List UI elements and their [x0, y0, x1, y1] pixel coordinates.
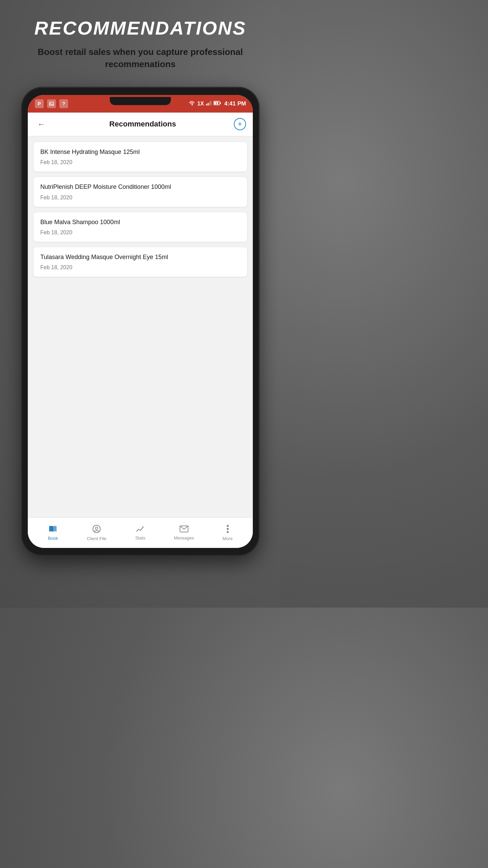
- status-bar-right: 1X: [188, 100, 246, 107]
- client-file-label: Client File: [87, 536, 106, 541]
- recommendations-list: BK Intense Hydrating Masque 125ml Feb 18…: [28, 136, 253, 517]
- recommendation-card[interactable]: Blue Malva Shampoo 1000ml Feb 18, 2020: [33, 212, 247, 242]
- add-recommendation-button[interactable]: +: [234, 118, 246, 130]
- messages-icon: [179, 525, 189, 534]
- client-file-icon: [92, 525, 101, 535]
- recommendation-card[interactable]: Tulasara Wedding Masque Overnight Eye 15…: [33, 247, 247, 277]
- recommendation-date: Feb 18, 2020: [40, 159, 240, 165]
- svg-point-14: [227, 528, 229, 530]
- recommendation-date: Feb 18, 2020: [40, 230, 240, 236]
- svg-point-1: [50, 103, 51, 103]
- product-name: Blue Malva Shampoo 1000ml: [40, 218, 240, 226]
- recommendation-date: Feb 18, 2020: [40, 195, 240, 201]
- app-icon-p: P: [35, 99, 44, 108]
- page-main-title: RECOMMENDATIONS: [14, 17, 267, 39]
- header-section: RECOMMENDATIONS Boost retail sales when …: [0, 0, 281, 81]
- page-subtitle: Boost retail sales when you capture prof…: [14, 46, 267, 71]
- nav-item-book[interactable]: Book: [31, 522, 75, 544]
- nav-item-more[interactable]: More: [206, 522, 249, 544]
- svg-point-13: [227, 525, 229, 527]
- product-name: BK Intense Hydrating Masque 125ml: [40, 148, 240, 156]
- app-icon-question: ?: [59, 99, 68, 108]
- status-time: 4:41 PM: [224, 100, 246, 107]
- nav-header: ← Recommendations +: [28, 113, 253, 136]
- recommendation-card[interactable]: BK Intense Hydrating Masque 125ml Feb 18…: [33, 142, 247, 172]
- signal-text: 1X: [197, 101, 204, 107]
- recommendation-date: Feb 18, 2020: [40, 264, 240, 271]
- svg-rect-0: [49, 102, 54, 105]
- stats-label: Stats: [135, 535, 145, 540]
- more-icon: [226, 525, 229, 535]
- wifi-icon: [188, 100, 195, 107]
- phone-notch: [110, 97, 171, 105]
- plus-icon: +: [238, 120, 242, 129]
- book-icon: [48, 525, 58, 534]
- svg-point-11: [96, 527, 98, 529]
- book-label: Book: [48, 536, 58, 541]
- phone-mockup: P ?: [22, 87, 259, 555]
- nav-item-messages[interactable]: Messages: [162, 522, 206, 543]
- product-name: Tulasara Wedding Masque Overnight Eye 15…: [40, 253, 240, 261]
- battery-icon: [214, 101, 221, 107]
- nav-item-client-file[interactable]: Client File: [75, 522, 119, 544]
- nav-item-stats[interactable]: Stats: [119, 522, 162, 543]
- stats-icon: [136, 525, 145, 534]
- more-label: More: [223, 536, 233, 541]
- phone-screen: P ?: [28, 95, 253, 548]
- svg-rect-8: [220, 102, 221, 104]
- product-name: NutriPlenish DEEP Moisture Conditioner 1…: [40, 183, 240, 191]
- status-bar-left: P ?: [35, 99, 68, 108]
- screen-title: Recommendations: [52, 120, 234, 129]
- svg-rect-2: [206, 104, 207, 105]
- signal-bars-icon: [206, 101, 211, 107]
- svg-rect-5: [210, 101, 211, 105]
- svg-point-15: [227, 531, 229, 533]
- svg-rect-3: [207, 103, 208, 105]
- back-button[interactable]: ←: [35, 117, 48, 132]
- messages-label: Messages: [174, 535, 194, 540]
- svg-rect-4: [209, 102, 210, 105]
- recommendation-card[interactable]: NutriPlenish DEEP Moisture Conditioner 1…: [33, 177, 247, 207]
- app-icon-img: [47, 99, 56, 108]
- bottom-navigation: Book Client File Stats Messages: [28, 517, 253, 548]
